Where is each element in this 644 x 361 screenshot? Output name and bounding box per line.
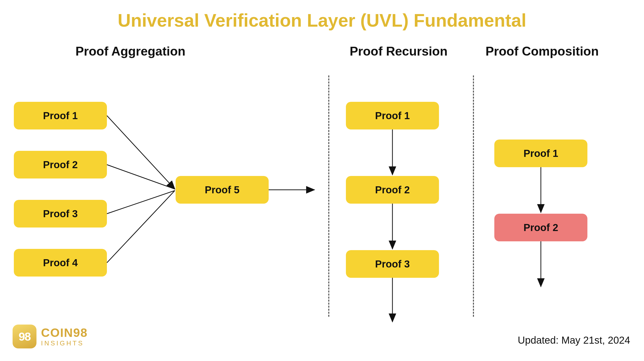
logo-mark: 98 <box>13 325 36 348</box>
separator-1 <box>328 75 329 317</box>
logo-brand: COIN98 <box>41 327 88 339</box>
agg-proof-1: Proof 1 <box>14 102 107 129</box>
agg-proof-3: Proof 3 <box>14 200 107 228</box>
logo-text: COIN98 INSIGHTS <box>41 327 88 346</box>
agg-proof-4: Proof 4 <box>14 249 107 277</box>
diagram-title: Universal Verification Layer (UVL) Funda… <box>0 10 644 31</box>
section-label-aggregation: Proof Aggregation <box>75 44 185 59</box>
logo-sub: INSIGHTS <box>41 340 88 346</box>
updated-date: Updated: May 21st, 2024 <box>518 335 630 346</box>
svg-line-3 <box>107 191 175 214</box>
rec-proof-2: Proof 2 <box>346 176 439 204</box>
separator-2 <box>473 75 474 317</box>
rec-proof-3: Proof 3 <box>346 250 439 278</box>
section-label-recursion: Proof Recursion <box>350 44 448 59</box>
logo: 98 COIN98 INSIGHTS <box>13 325 88 348</box>
section-label-composition: Proof Composition <box>486 44 599 59</box>
svg-line-2 <box>107 165 175 189</box>
agg-proof-2: Proof 2 <box>14 151 107 178</box>
svg-line-4 <box>107 191 175 263</box>
svg-line-1 <box>107 116 175 189</box>
agg-proof-output: Proof 5 <box>176 176 269 204</box>
comp-proof-2: Proof 2 <box>494 214 587 241</box>
comp-proof-1: Proof 1 <box>494 140 587 167</box>
rec-proof-1: Proof 1 <box>346 102 439 129</box>
